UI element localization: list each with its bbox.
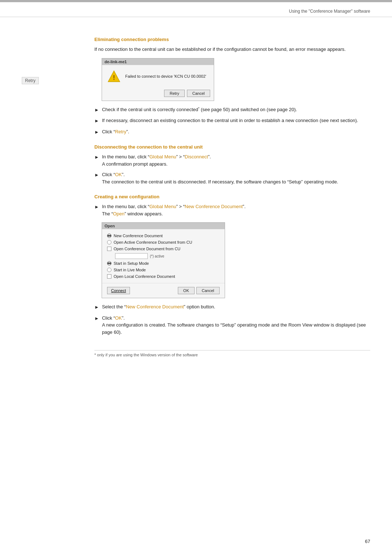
- bullet-sub-c1: The “Open” window appears.: [102, 211, 163, 216]
- checkbox-label-local: Open Local Conference Document: [114, 274, 175, 279]
- retry-side-label: Retry: [22, 77, 39, 84]
- section-intro: If no connection to the central unit can…: [94, 46, 370, 53]
- radio-label-live: Start in Live Mode: [114, 268, 146, 272]
- bullet-text-c3: Click “OK”. A new configuration is creat…: [102, 315, 370, 336]
- bullet-text-c1: In the menu bar, click “Global Menu” > “…: [102, 203, 246, 217]
- active-tag: (*) active: [150, 254, 164, 258]
- bullet-arrow-d2: ►: [94, 171, 99, 179]
- bullet-list-new-config-2: ► Select the “New Conference Document” o…: [94, 303, 370, 336]
- radio-setup-mode[interactable]: Start in Setup Mode: [107, 261, 220, 266]
- cancel-button[interactable]: Cancel: [187, 90, 210, 97]
- bullet-arrow-c1: ►: [94, 203, 99, 211]
- dialog-title: de-link-me1: [102, 58, 214, 65]
- radio-circle-setup: [107, 261, 111, 266]
- bullet-text-d1: In the menu bar, click “Global Menu” > “…: [102, 153, 211, 167]
- checkbox-local: [107, 274, 111, 279]
- section-heading-new-config: Creating a new configuration: [94, 194, 370, 199]
- cancel-button-open[interactable]: Cancel: [196, 287, 220, 294]
- bullet-disconnect-2: ► Click “OK”. The connection to the cent…: [94, 171, 370, 185]
- dialog-message: Failed to connect to device 'KCN CU 00.0…: [125, 74, 206, 78]
- radio-label-new: New Conference Document: [114, 234, 163, 238]
- checkbox-open-cu[interactable]: Open Conference Document from CU: [107, 247, 220, 251]
- ok-cancel-group: OK Cancel: [178, 287, 220, 294]
- checkbox-cu: [107, 247, 111, 251]
- bullet-text-1: Check if the central unit is correctly c…: [102, 106, 297, 113]
- radio-circle-new: [107, 234, 111, 238]
- radio-open-active[interactable]: Open Active Conference Document from CU: [107, 240, 220, 244]
- connect-button[interactable]: Connect: [107, 287, 130, 294]
- bullet-text-c2: Select the “New Conference Document” opt…: [102, 303, 215, 311]
- bullet-config-2: ► Select the “New Conference Document” o…: [94, 303, 370, 311]
- ok-link-2: OK: [115, 315, 122, 321]
- bullet-list-disconnecting: ► In the menu bar, click “Global Menu” >…: [94, 153, 370, 185]
- section-heading-eliminating: Eliminating connection problems: [94, 37, 370, 42]
- dialog-body: ! Failed to connect to device 'KCN CU 00…: [102, 65, 214, 88]
- radio-label-setup: Start in Setup Mode: [114, 261, 149, 266]
- bullet-config-1: ► In the menu bar, click “Global Menu” >…: [94, 203, 370, 217]
- open-dialog: Open New Conference Document Open Active…: [102, 222, 225, 298]
- retry-link: Retry: [115, 129, 126, 134]
- disconnect-link: Disconnect: [185, 154, 208, 159]
- bullet-config-3: ► Click “OK”. A new configuration is cre…: [94, 315, 370, 336]
- bullet-text-2: If necessary, disconnect an existing con…: [102, 117, 358, 124]
- open-dialog-title: Open: [102, 223, 225, 229]
- radio-circle-active: [107, 240, 111, 244]
- bullet-list-new-config: ► In the menu bar, click “Global Menu” >…: [94, 203, 370, 217]
- open-dialog-footer: Connect OK Cancel: [102, 283, 225, 298]
- footnote-text: * only if you are using the Windows vers…: [94, 353, 198, 357]
- section-disconnecting: Disconnecting the connection to the cent…: [94, 144, 370, 185]
- page-header: Using the "Conference Manager" software: [0, 2, 392, 17]
- bullet-disconnect-1: ► In the menu bar, click “Global Menu” >…: [94, 153, 370, 167]
- bullet-text-d2: Click “OK”. The connection to the centra…: [102, 171, 338, 185]
- global-menu-link-1: Global Menu: [150, 154, 176, 159]
- radio-circle-live: [107, 268, 111, 272]
- bullet-arrow-1: ►: [94, 106, 99, 114]
- page-number: 67: [365, 539, 370, 544]
- bullet-item-3: ► Click “Retry”.: [94, 128, 370, 136]
- new-conference-link-2: New Conference Document: [126, 304, 184, 309]
- bullet-list-eliminating: ► Check if the central unit is correctly…: [94, 106, 370, 136]
- cu-textbox[interactable]: [115, 253, 148, 259]
- bullet-item-2: ► If necessary, disconnect an existing c…: [94, 117, 370, 125]
- global-menu-link-2: Global Menu: [150, 204, 176, 209]
- checkbox-local[interactable]: Open Local Conference Document: [107, 274, 220, 279]
- footnote: * only if you are using the Windows vers…: [94, 350, 370, 357]
- bullet-arrow-c2: ►: [94, 304, 99, 311]
- bullet-sub-d2: The connection to the central unit is di…: [102, 179, 338, 185]
- section-eliminating: Eliminating connection problems If no co…: [94, 37, 370, 135]
- error-dialog: de-link-me1 ! Failed to connect to devic…: [102, 58, 214, 101]
- bullet-sub-d1: A confirmation prompt appears.: [102, 161, 168, 167]
- textbox-row: (*) active: [107, 253, 220, 259]
- svg-text:!: !: [113, 74, 115, 81]
- ok-link-1: OK: [115, 172, 122, 177]
- bullet-text-3: Click “Retry”.: [102, 128, 129, 135]
- new-conference-link: New Conference Document: [185, 204, 243, 209]
- radio-live-mode[interactable]: Start in Live Mode: [107, 268, 220, 272]
- open-link: Open: [113, 211, 124, 216]
- bullet-arrow-c3: ►: [94, 315, 99, 322]
- bullet-arrow-2: ►: [94, 117, 99, 125]
- ok-button[interactable]: OK: [178, 287, 195, 294]
- section-new-config: Creating a new configuration ► In the me…: [94, 194, 370, 336]
- bullet-sub-c3: A new configuration is created. The soft…: [102, 322, 366, 335]
- dialog-buttons: Retry Cancel: [102, 88, 214, 101]
- checkbox-label-cu: Open Conference Document from CU: [114, 247, 180, 251]
- warning-icon: !: [107, 69, 121, 83]
- bullet-arrow-d1: ►: [94, 154, 99, 161]
- radio-label-active: Open Active Conference Document from CU: [114, 240, 192, 244]
- page-header-text: Using the "Conference Manager" software: [289, 9, 370, 14]
- bullet-item-1: ► Check if the central unit is correctly…: [94, 106, 370, 114]
- open-dialog-body: New Conference Document Open Active Conf…: [102, 229, 225, 283]
- radio-new-conference[interactable]: New Conference Document: [107, 234, 220, 238]
- section-heading-disconnecting: Disconnecting the connection to the cent…: [94, 144, 370, 150]
- bullet-arrow-3: ►: [94, 129, 99, 136]
- retry-button[interactable]: Retry: [164, 90, 184, 97]
- footnote-ref-1: *: [198, 106, 200, 110]
